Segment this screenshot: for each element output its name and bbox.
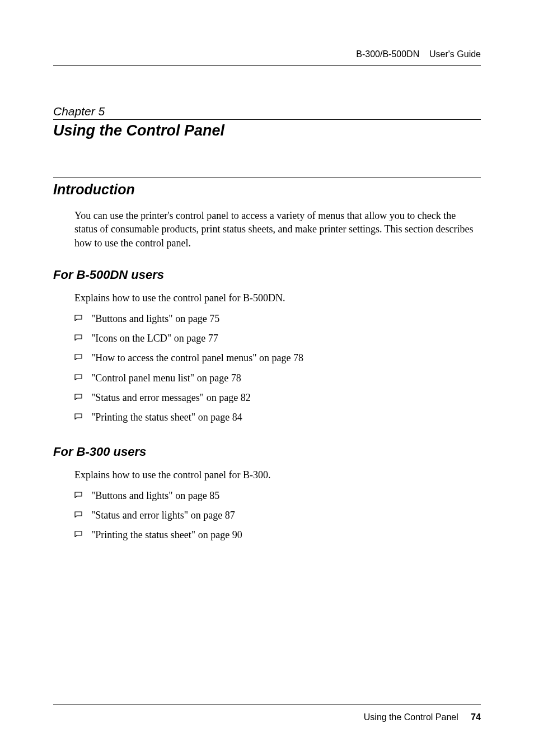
list-item: "Printing the status sheet" on page 90 — [74, 528, 481, 542]
list-item-text: "Status and error messages" on page 82 — [91, 392, 251, 403]
header-product: B-300/B-500DN — [356, 49, 419, 59]
bullet-icon — [74, 492, 82, 498]
b500-list: "Buttons and lights" on page 75 "Icons o… — [74, 312, 481, 424]
b300-intro: Explains how to use the control panel fo… — [74, 469, 481, 481]
list-item: "Printing the status sheet" on page 84 — [74, 410, 481, 424]
footer-page-number: 74 — [471, 712, 481, 722]
intro-paragraph: You can use the printer's control panel … — [74, 209, 481, 250]
page-container: B-300/B-500DN User's Guide Chapter 5 Usi… — [0, 0, 534, 756]
bullet-icon — [74, 413, 82, 419]
list-item-text: "Printing the status sheet" on page 90 — [91, 529, 242, 540]
list-item: "Buttons and lights" on page 75 — [74, 312, 481, 325]
list-item-text: "Printing the status sheet" on page 84 — [91, 412, 242, 423]
list-item: "Status and error messages" on page 82 — [74, 391, 481, 404]
bullet-icon — [74, 315, 82, 321]
list-item-text: "Control panel menu list" on page 78 — [91, 372, 241, 384]
list-item-text: "Status and error lights" on page 87 — [91, 510, 235, 521]
bullet-icon — [74, 374, 82, 380]
bullet-icon — [74, 511, 82, 517]
page-footer: Using the Control Panel 74 — [53, 704, 481, 722]
chapter-title: Using the Control Panel — [53, 119, 481, 139]
list-item: "Buttons and lights" on page 85 — [74, 489, 481, 502]
bullet-icon — [74, 334, 82, 340]
list-item-text: "Icons on the LCD" on page 77 — [91, 333, 218, 344]
chapter-label: Chapter 5 — [53, 105, 481, 118]
header-doc: User's Guide — [429, 49, 481, 59]
bullet-icon — [74, 394, 82, 400]
list-item: "How to access the control panel menus" … — [74, 351, 481, 365]
list-item: "Icons on the LCD" on page 77 — [74, 332, 481, 345]
list-item: "Status and error lights" on page 87 — [74, 508, 481, 522]
section-heading-b300: For B-300 users — [53, 445, 481, 459]
section-heading-b500: For B-500DN users — [53, 268, 481, 282]
list-item-text: "How to access the control panel menus" … — [91, 352, 303, 363]
section-heading-introduction: Introduction — [53, 178, 481, 198]
list-item-text: "Buttons and lights" on page 85 — [91, 490, 219, 501]
footer-section: Using the Control Panel — [364, 712, 458, 722]
b500-intro: Explains how to use the control panel fo… — [74, 292, 481, 304]
b300-list: "Buttons and lights" on page 85 "Status … — [74, 489, 481, 542]
list-item: "Control panel menu list" on page 78 — [74, 371, 481, 385]
bullet-icon — [74, 354, 82, 360]
bullet-icon — [74, 531, 82, 537]
running-header: B-300/B-500DN User's Guide — [53, 49, 481, 66]
list-item-text: "Buttons and lights" on page 75 — [91, 313, 219, 324]
